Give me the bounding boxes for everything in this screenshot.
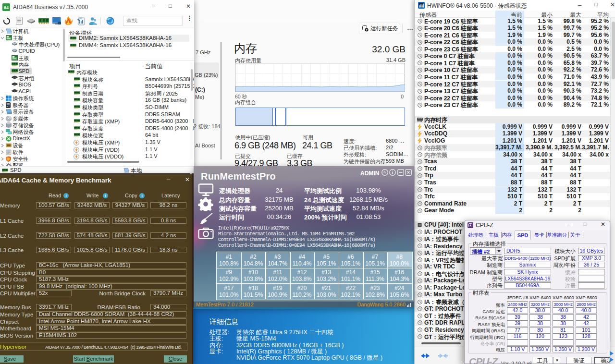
svg-text:i: i bbox=[65, 194, 66, 198]
svg-text:i: i bbox=[141, 194, 142, 198]
svg-text:i: i bbox=[105, 194, 106, 198]
svg-text:64: 64 bbox=[4, 5, 9, 10]
